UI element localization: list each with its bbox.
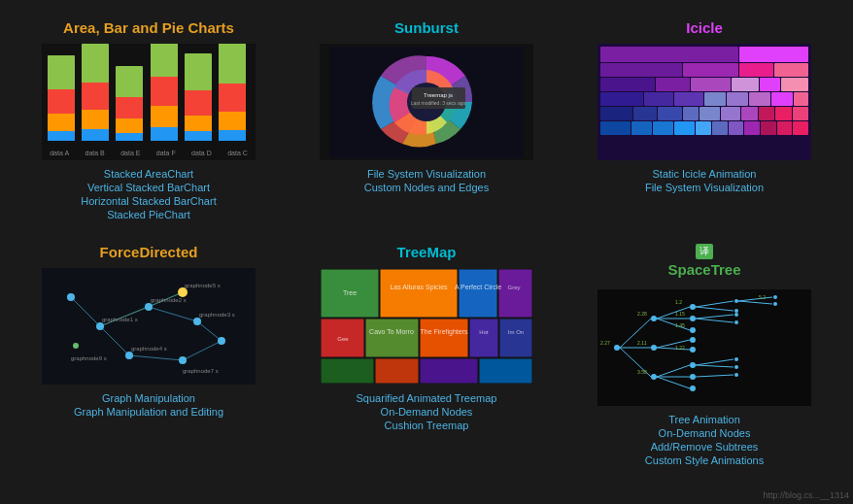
preview-force-directed[interactable]: graphnode1 x graphnode2 x graphnode3 x g… — [42, 268, 256, 385]
svg-text:2.27: 2.27 — [600, 340, 610, 346]
svg-point-67 — [690, 327, 696, 333]
preview-treemap[interactable]: Tree Las Alturas Spicies A Perfect Circl… — [320, 268, 533, 385]
card-title-area-bar-pie: Area, Bar and Pie Charts — [63, 19, 234, 36]
card-title-spacetree: SpaceTree — [667, 261, 740, 278]
svg-point-85 — [734, 320, 738, 324]
translate-badge: 译 — [696, 244, 713, 259]
svg-text:Gee: Gee — [337, 336, 349, 342]
svg-text:A Perfect Circle: A Perfect Circle — [455, 284, 501, 290]
card-treemap: TreeMap Tree Las Alturas Spi — [288, 234, 565, 480]
svg-text:Cavo To Morro: Cavo To Morro — [369, 328, 414, 335]
svg-point-66 — [690, 316, 696, 321]
preview-area-bar-pie[interactable]: data Adata Bdata Edata Fdata Ddata C — [42, 44, 256, 160]
svg-text:The Firefighters: The Firefighters — [420, 328, 468, 336]
svg-rect-42 — [375, 358, 419, 384]
svg-point-91 — [734, 373, 738, 377]
svg-text:graphnode7 x: graphnode7 x — [183, 368, 219, 374]
svg-point-84 — [734, 313, 738, 317]
svg-point-75 — [690, 362, 696, 368]
link-on-demand-nodes-spacetree[interactable]: On-Demand Nodes — [659, 427, 751, 439]
svg-point-22 — [67, 293, 75, 301]
svg-rect-33 — [380, 269, 458, 318]
link-custom-style-animations[interactable]: Custom Style Animations — [645, 454, 764, 466]
svg-text:3.58: 3.58 — [637, 369, 647, 375]
link-horizontal-barchart[interactable]: Horizontal Stacked BarChart — [81, 195, 216, 207]
svg-point-19 — [178, 287, 188, 297]
svg-point-82 — [734, 299, 738, 303]
svg-point-70 — [690, 337, 696, 343]
link-graph-manipulation[interactable]: Graph Manipulation — [102, 392, 195, 404]
svg-text:5.2: 5.2 — [759, 294, 766, 300]
preview-icicle[interactable] — [597, 44, 811, 160]
svg-text:graphnode2 x: graphnode2 x — [151, 297, 187, 303]
link-stacked-areachart[interactable]: Stacked AreaChart — [104, 168, 193, 180]
svg-text:1.15: 1.15 — [675, 311, 685, 317]
svg-point-21 — [179, 356, 187, 364]
card-title-sunburst: Sunburst — [394, 19, 459, 36]
link-cushion-treemap[interactable]: Cushion Treemap — [385, 420, 469, 431]
link-file-system-sunburst[interactable]: File System Visualization — [367, 168, 486, 180]
svg-point-15 — [96, 322, 104, 330]
svg-text:Treemap js: Treemap js — [424, 92, 453, 98]
svg-text:Las Alturas Spicies: Las Alturas Spicies — [390, 284, 448, 291]
link-custom-nodes-sunburst[interactable]: Custom Nodes and Edges — [364, 182, 489, 193]
links-area-bar-pie: Stacked AreaChart Vertical Stacked BarCh… — [81, 168, 216, 220]
svg-text:graphnode3 x: graphnode3 x — [199, 312, 235, 318]
svg-text:Tree: Tree — [343, 289, 357, 296]
link-stacked-piechart[interactable]: Stacked PieChart — [107, 209, 190, 220]
svg-text:graphnode9 x: graphnode9 x — [71, 355, 107, 361]
svg-text:1.45: 1.45 — [675, 322, 685, 328]
svg-point-90 — [734, 365, 738, 369]
svg-point-18 — [125, 352, 133, 359]
svg-rect-41 — [321, 358, 374, 384]
card-title-force-directed: ForceDirected — [100, 244, 198, 260]
links-sunburst: File System Visualization Custom Nodes a… — [364, 168, 489, 193]
link-vertical-barchart[interactable]: Vertical Stacked BarChart — [87, 182, 210, 193]
svg-text:graphnode1 x: graphnode1 x — [102, 317, 138, 322]
svg-text:Hot: Hot — [479, 329, 489, 335]
svg-rect-39 — [469, 319, 498, 357]
svg-rect-43 — [420, 358, 478, 384]
svg-point-17 — [193, 318, 201, 325]
links-spacetree: Tree Animation On-Demand Nodes Add/Remov… — [645, 414, 764, 466]
link-squarified-treemap[interactable]: Squarified Animated Treemap — [357, 392, 497, 404]
svg-point-59 — [651, 316, 657, 321]
preview-spacetree[interactable]: 2.27 2.28 2.11 3.58 1.2 1.15 1.45 1.22 5… — [597, 289, 811, 406]
link-add-remove-subtrees[interactable]: Add/Remove Subtrees — [651, 441, 759, 453]
link-tree-animation[interactable]: Tree Animation — [668, 414, 740, 425]
svg-point-55 — [614, 345, 620, 351]
card-icicle: Icicle — [565, 10, 843, 234]
svg-rect-44 — [479, 358, 532, 384]
svg-rect-34 — [459, 269, 497, 318]
svg-point-83 — [734, 309, 738, 313]
svg-point-60 — [651, 345, 657, 351]
watermark: http://blog.cs...__1314 — [763, 490, 849, 500]
card-title-treemap: TreeMap — [397, 244, 457, 260]
svg-text:2.11: 2.11 — [637, 340, 647, 346]
preview-sunburst[interactable]: Treemap js Last modified: 3 secs ago — [320, 44, 533, 160]
svg-point-89 — [734, 357, 738, 361]
svg-point-20 — [218, 337, 225, 345]
svg-rect-37 — [365, 319, 419, 357]
link-file-system-icicle[interactable]: File System Visualization — [645, 182, 764, 193]
links-treemap: Squarified Animated Treemap On-Demand No… — [357, 392, 497, 431]
svg-text:2.28: 2.28 — [637, 311, 647, 317]
svg-text:1.22: 1.22 — [675, 345, 685, 351]
link-graph-manipulation-editing[interactable]: Graph Manipulation and Editing — [74, 406, 223, 418]
svg-point-23 — [73, 343, 79, 349]
links-force-directed: Graph Manipulation Graph Manipulation an… — [74, 392, 223, 418]
svg-rect-38 — [420, 319, 468, 357]
svg-text:1.2: 1.2 — [675, 299, 682, 305]
svg-rect-40 — [499, 319, 532, 357]
svg-text:Last modified: 3 secs ago: Last modified: 3 secs ago — [411, 100, 466, 106]
svg-point-16 — [145, 303, 153, 311]
svg-text:graphnode4 x: graphnode4 x — [131, 346, 167, 352]
svg-point-76 — [690, 374, 696, 380]
svg-text:Im On: Im On — [508, 329, 524, 335]
card-area-bar-pie: Area, Bar and Pie Charts — [10, 10, 288, 234]
link-on-demand-nodes-treemap[interactable]: On-Demand Nodes — [381, 406, 473, 418]
svg-text:graphnode5 x: graphnode5 x — [185, 283, 221, 288]
svg-rect-5 — [42, 268, 256, 385]
link-static-icicle-animation[interactable]: Static Icicle Animation — [652, 168, 756, 180]
svg-text:Grey: Grey — [507, 285, 520, 290]
